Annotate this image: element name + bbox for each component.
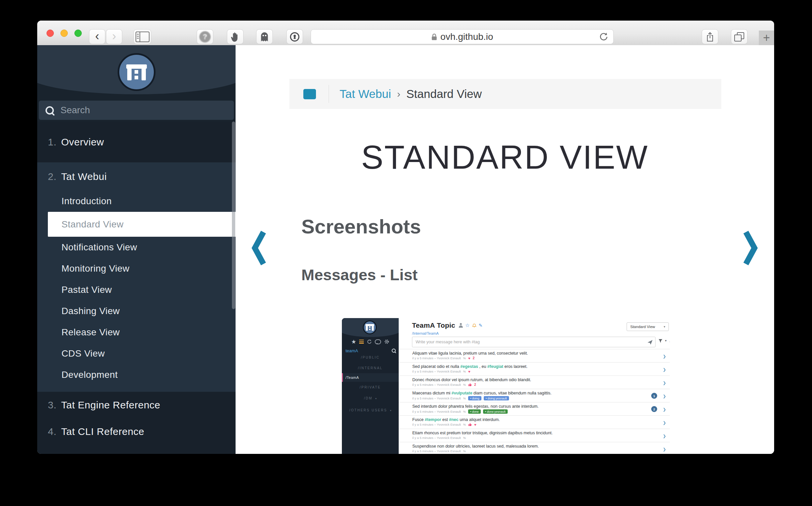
permalink-icon[interactable]: % [463,410,466,413]
sidebar-item-standard-view-active[interactable]: Standard View [48,212,235,237]
chevron-down-icon[interactable]: ▼ [664,339,667,342]
notifications-bell-icon[interactable] [472,323,476,328]
search-input[interactable] [60,105,227,116]
message-input[interactable] [412,340,648,344]
heart-icon[interactable]: ♥ [468,370,470,373]
permalink-icon[interactable]: % [463,436,466,440]
new-tab-button[interactable]: + [759,30,774,45]
message-row[interactable]: Sed interdum dolor pharetra felis egesta… [399,402,670,415]
toc-list-icon[interactable] [303,89,316,99]
label-badge[interactable]: • doing [468,396,482,401]
reload-button[interactable] [599,32,609,43]
sidebar-item-monitoring-view[interactable]: Monitoring View [37,258,235,279]
address-bar[interactable]: ovh.github.io [311,29,614,44]
sidebar-item-tat-engine-reference[interactable]: 3. Tat Engine Reference [37,392,235,418]
message-row[interactable]: Fusce #tempor est #nec urna aliquet inte… [399,415,670,429]
hashtag[interactable]: #nec [449,417,458,422]
sidebar-search[interactable] [39,101,234,120]
message-row[interactable]: Maecenas dictum mi #vulputate diam cursu… [399,389,670,402]
tab-overview-button[interactable] [731,29,748,44]
open-thread-chevron[interactable]: › [663,404,666,414]
hashtag[interactable]: #egestas [460,364,478,369]
channel-internal[interactable]: /INTERNAL [342,366,399,370]
back-button[interactable]: ‹ [89,29,105,44]
permalink-icon[interactable]: % [463,370,466,373]
breadcrumb-parent-link[interactable]: Tat Webui [340,87,391,101]
close-window-button[interactable] [47,29,54,37]
message-row[interactable]: Etiam rhoncus est pretium tortor tristiq… [399,429,670,442]
sidebar-item-overview[interactable]: 1. Overview [37,121,235,162]
heart-icon[interactable]: ♥ [474,423,476,426]
filter-icon[interactable] [659,339,662,343]
previous-page-arrow[interactable] [251,230,266,267]
next-page-arrow[interactable] [743,230,758,267]
app-topic-search-input[interactable] [345,348,392,354]
open-thread-chevron[interactable]: › [663,391,666,401]
thumbs-up-icon[interactable] [468,383,472,387]
minimize-window-button[interactable] [61,29,68,37]
extension-button-1[interactable]: ? [197,29,213,44]
message-meta: il y a 5 minutes – Yvonnick Esnault [412,397,461,400]
thumbs-up-icon[interactable] [468,423,472,426]
view-selector-dropdown[interactable]: Standard View ▼ [626,322,669,331]
label-badge[interactable]: • doing:yesnault [484,396,509,401]
channel-private[interactable]: /PRIVATE [342,386,399,389]
zoom-window-button[interactable] [74,29,82,37]
messages-icon[interactable] [375,339,381,344]
favorites-icon[interactable]: ★ [351,339,356,345]
star-topic-icon[interactable]: ☆ [465,322,469,328]
permalink-icon[interactable]: % [463,423,466,426]
sidebar-item-dashing-view[interactable]: Dashing View [37,301,235,322]
send-icon[interactable] [648,340,653,345]
label-badge[interactable]: • done [468,409,481,414]
message-row[interactable]: Donec rhoncus dolor vel ipsum rutrum, at… [399,375,670,389]
extension-button-3[interactable] [256,29,273,44]
permalink-icon[interactable]: % [463,383,466,387]
expand-icon[interactable] [669,339,670,343]
hashtag[interactable]: #tempor [425,417,441,422]
hashtag[interactable]: #vulputate [451,391,472,396]
open-thread-chevron[interactable]: › [663,351,666,361]
message-row[interactable]: Suspendisse non dolor ultricies, laoreet… [399,442,670,454]
permalink-icon[interactable]: % [463,397,466,400]
message-composer[interactable] [412,337,656,347]
sidebar-item-development[interactable]: Development [37,364,235,386]
sidebar-item-tat-cli-reference[interactable]: 4. Tat CLI Reference [37,418,235,445]
permalink-icon[interactable]: % [463,357,466,360]
sidebar-item-cds-view[interactable]: CDS View [37,343,235,364]
heart-icon[interactable]: ♥ [468,357,470,360]
sidebar-item-release-view[interactable]: Release View [37,322,235,343]
open-thread-chevron[interactable]: › [663,417,666,427]
channel-dm[interactable]: /DM ▾ [342,397,399,400]
sidebar-item-introduction[interactable]: Introduction [37,190,235,212]
app-topic-search[interactable] [342,347,399,355]
channel-others-users[interactable]: /OTHERS USERS ▾ [342,408,399,412]
message-row[interactable]: Aliquam vitae ligula lacinia, pretium ur… [399,349,670,362]
forward-button[interactable]: › [106,29,122,44]
topics-list-icon[interactable] [359,340,364,344]
channel-teama-active[interactable]: /TeamA [342,373,399,382]
share-button[interactable] [702,29,718,44]
open-thread-chevron[interactable]: › [663,444,666,454]
permalink-icon[interactable]: % [463,449,466,453]
message-row[interactable]: Sed placerat odio et nulla #egestas , eu… [399,362,670,375]
history-icon[interactable] [367,339,372,344]
extension-button-4[interactable] [286,29,303,44]
sidebar-item-tat-webui[interactable]: 2. Tat Webui [37,162,235,190]
channel-public[interactable]: /PUBLIC [342,356,399,359]
open-thread-chevron[interactable]: › [663,431,666,441]
open-thread-chevron[interactable]: › [663,364,666,374]
tat-logo[interactable] [118,53,155,91]
label-badge[interactable]: • done:yesnault [483,409,508,414]
settings-icon[interactable] [384,339,389,344]
extension-button-2[interactable] [227,29,243,44]
sidebar-scrollbar[interactable] [232,121,235,309]
participants-icon[interactable] [459,323,463,328]
hashtag[interactable]: #feugiat [488,364,503,369]
edit-topic-icon[interactable]: ✎ [479,323,483,328]
sidebar-item-notifications-view[interactable]: Notifications View [37,237,235,258]
topic-path-link[interactable]: /Internal/TeamA [412,331,439,335]
sidebar-item-pastat-view[interactable]: Pastat View [37,279,235,301]
sidebar-toggle-button[interactable] [134,29,151,44]
open-thread-chevron[interactable]: › [663,377,666,388]
